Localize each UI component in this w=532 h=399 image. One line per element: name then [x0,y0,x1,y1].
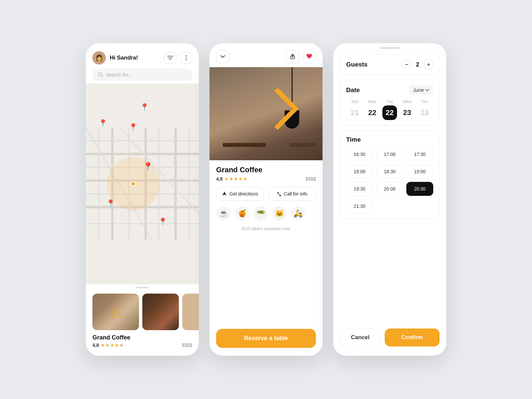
get-directions-label: Get directions [229,191,258,197]
map-pin[interactable]: 📍 [98,119,107,128]
month-selector[interactable]: June [409,85,433,95]
decrease-guests-button[interactable]: − [402,60,411,69]
svg-point-6 [98,73,102,76]
category-salad: 🥗 [253,206,268,221]
date-label: Date [346,86,360,94]
restaurant-card: Grand Coffee 4,8 ★★★★★ $$$$ [86,291,199,356]
chevron-down-icon [220,55,225,58]
chevron-down-icon [425,89,429,91]
time-1730[interactable]: 17:30 [406,147,433,161]
time-2030-selected[interactable]: 20:30 [406,182,433,196]
time-2130[interactable]: 21:30 [346,199,373,213]
filter-icon [167,56,173,60]
time-1900[interactable]: 19:00 [406,165,433,179]
time-1930[interactable]: 19:30 [346,182,373,196]
greeting-text: Hi Sandra! [110,55,160,61]
filter-button[interactable] [164,52,176,64]
category-scooter: 🛵 [291,206,305,221]
calendar-day-mon[interactable]: Mon 22 [363,99,381,120]
confirm-button[interactable]: Confirm [385,329,440,346]
availability-text: 6/10 tables available now [216,226,316,231]
time-grid: 16:30 17:00 17:30 18:00 18:30 19:00 19:3… [346,147,433,213]
card-image-main [92,294,139,330]
svg-point-5 [186,60,187,61]
time-1630[interactable]: 16:30 [346,147,373,161]
card-restaurant-name: Grand Coffee [92,334,192,341]
card-rating: 4,8 [92,342,99,348]
interior-image [92,294,139,330]
svg-marker-24 [111,307,121,317]
time-1800[interactable]: 18:00 [346,165,373,179]
increase-guests-button[interactable]: + [424,60,433,69]
detail-meta: 4,8 ★★★★★ $$$$ [216,176,316,182]
detail-stars: ★★★★★ [224,176,248,182]
time-label: Time [346,136,433,143]
calendar-day-wed[interactable]: Wed 23 [398,99,416,120]
search-placeholder: Search for... [106,72,133,77]
category-coffee: ☕ [216,206,231,221]
time-1830[interactable]: 18:30 [376,165,403,179]
map-pin[interactable]: 📍 [129,123,138,132]
date-header: Date June [346,85,433,95]
calendar-days: Son 21 Mon 22 Tue 22 Wed 23 Thu 23 [346,99,433,120]
phone-reservation: Guests − 2 + Date June [333,43,446,356]
svg-line-7 [101,76,103,77]
map-pin[interactable]: 📍 [106,199,115,208]
guests-label: Guests [346,61,367,68]
svg-point-4 [186,58,187,59]
card-price: $$$$ [182,342,192,348]
coffee-image [142,294,179,330]
phone-icon [277,192,281,196]
category-honey: 🍯 [235,206,249,221]
card-image-third [182,294,199,330]
map-pin[interactable]: 📍 [140,103,149,112]
detail-rating: 4,8 [216,176,222,182]
calendar-day-sun: Son 21 [346,99,363,120]
restaurant-hero-image [209,67,323,160]
map-pin-selected[interactable]: 📍 [143,162,153,172]
action-buttons: Get directions Call for info [216,187,316,201]
date-section: Date June Son 21 Mon 22 Tue [340,79,440,126]
more-button[interactable] [180,52,192,64]
detail-header [209,43,323,63]
search-bar[interactable]: Search for... [92,68,192,81]
search-icon [98,72,103,77]
plus-icon: + [427,61,431,68]
back-button[interactable] [216,50,229,63]
time-section: Time 16:30 17:00 17:30 18:00 18:30 19:00… [340,130,440,219]
card-meta: 4,8 ★★★★★ $$$$ [92,342,192,348]
detail-price: $$$$ [306,176,316,182]
reserve-table-button[interactable]: Reserve a table [216,329,316,348]
reservation-content: Guests − 2 + Date June [333,54,446,323]
detail-header-actions [286,50,316,63]
svg-marker-26 [222,192,226,196]
share-button[interactable] [286,50,299,63]
map-header: 👩 Hi Sandra! [86,43,199,68]
category-cat: 🐱 [272,206,287,221]
favorite-button[interactable] [303,50,316,63]
notch [380,47,400,49]
detail-content: Grand Coffee 4,8 ★★★★★ $$$$ Get directio… [209,160,323,329]
time-1700[interactable]: 17:00 [376,147,403,161]
svg-point-3 [186,56,187,57]
phone-map: 👩 Hi Sandra! Search for... [86,43,199,356]
category-icons: ☕ 🍯 🥗 🐱 🛵 [216,206,316,221]
get-directions-button[interactable]: Get directions [216,187,264,201]
cancel-button[interactable]: Cancel [340,329,381,346]
month-value: June [413,87,424,93]
more-icon [186,55,187,61]
calendar-day-thu: Thu 23 [416,99,433,120]
heart-icon [306,54,312,59]
avatar: 👩 [92,51,106,65]
map-pin[interactable]: 📍 [158,217,167,226]
calendar-day-tue-selected[interactable]: Tue 22 [381,99,398,120]
guests-value: 2 [416,61,419,68]
user-location-dot [131,182,136,186]
time-2000[interactable]: 20:00 [376,182,403,196]
drag-handle[interactable] [136,287,149,288]
call-for-info-label: Call for info [284,191,308,197]
call-for-info-button[interactable]: Call for info [268,187,316,201]
card-stars: ★★★★★ [101,342,124,348]
navigation-icon [222,191,227,197]
phone-detail: Grand Coffee 4,8 ★★★★★ $$$$ Get directio… [209,43,323,356]
